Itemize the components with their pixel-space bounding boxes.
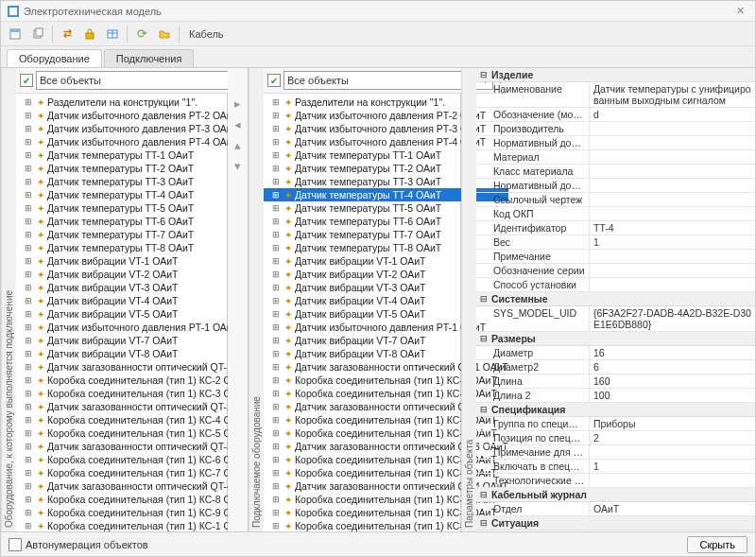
expand-icon[interactable]: ⊞ (24, 283, 33, 292)
tree-item[interactable]: ⊞✦Датчик избыточного давления PT-3 ОАиТ (16, 122, 261, 135)
expand-icon[interactable]: ⊞ (271, 442, 281, 451)
expand-icon[interactable]: ⊞ (271, 455, 281, 464)
tree-item[interactable]: ⊞✦Датчик избыточного давления PT-1 ОАиТ (16, 321, 261, 334)
expand-icon[interactable]: ⊞ (271, 508, 281, 517)
expand-icon[interactable]: ⊞ (271, 243, 281, 252)
toolbar-cable-button[interactable]: Кабель (183, 28, 230, 40)
expand-icon[interactable]: ⊞ (271, 362, 281, 372)
expand-icon[interactable]: ⊞ (24, 389, 33, 398)
expand-icon[interactable]: ⊞ (24, 375, 33, 385)
tree-item[interactable]: ⊞✦Датчик температуры TT-3 ОАиТ (16, 175, 261, 188)
left-tree[interactable]: ⊞✦Разделители на конструкции "1".⊞✦Датчи… (16, 94, 261, 531)
tree-item[interactable]: ⊞✦Датчик температуры TT-4 ОАиТ (16, 188, 261, 201)
toolbar-copy-icon[interactable] (27, 24, 48, 44)
expand-icon[interactable]: ⊞ (24, 296, 33, 305)
expand-icon[interactable]: ⊞ (24, 508, 33, 517)
toolbar-table-icon[interactable] (102, 24, 123, 44)
tree-item[interactable]: ⊞✦Датчик вибрации VT-7 ОАиТ (16, 334, 261, 347)
expand-icon[interactable]: ⊞ (24, 349, 33, 358)
expand-icon[interactable]: ⊞ (271, 97, 281, 107)
expand-icon[interactable]: ⊞ (24, 230, 33, 239)
tree-item[interactable]: ⊞✦Коробка соединительная (тип 1) КС-3 ОА… (16, 387, 261, 400)
tree-item[interactable]: ⊞✦Датчик температуры TT-7 ОАиТ (16, 228, 261, 241)
close-icon[interactable]: ✕ (730, 5, 749, 17)
expand-icon[interactable]: ⊞ (24, 124, 33, 133)
expand-icon[interactable]: ⊞ (271, 270, 281, 279)
tree-item[interactable]: ⊞✦Коробка соединительная (тип 1) КС-6 ОА… (16, 453, 261, 466)
expand-icon[interactable]: ⊞ (24, 495, 33, 504)
tree-item[interactable]: ⊞✦Коробка соединительная (тип 1) КС-9 ОА… (16, 506, 261, 519)
expand-icon[interactable]: ⊞ (271, 283, 281, 292)
expand-icon[interactable]: ⊞ (271, 230, 281, 239)
expand-icon[interactable]: ⊞ (271, 415, 281, 425)
left-filter-check[interactable]: ✔ (20, 74, 33, 87)
prop-group-sit[interactable]: ⊟Ситуация (476, 516, 755, 531)
tree-item[interactable]: ⊞✦Датчик загазованности оптический QT-2 … (16, 400, 261, 413)
expand-icon[interactable]: ⊞ (271, 521, 281, 531)
tree-item[interactable]: ⊞✦Датчик вибрации VT-5 ОАиТ (16, 307, 261, 321)
expand-icon[interactable]: ⊞ (24, 322, 33, 332)
mid-filter-check[interactable]: ✔ (267, 74, 281, 87)
expand-icon[interactable]: ⊞ (271, 111, 281, 120)
expand-icon[interactable]: ⊞ (24, 362, 33, 372)
expand-icon[interactable]: ⊞ (271, 190, 281, 200)
toolbar-new-icon[interactable] (5, 24, 26, 44)
expand-icon[interactable]: ⊞ (24, 270, 33, 279)
tab-connections[interactable]: Подключения (104, 49, 195, 67)
expand-icon[interactable]: ⊞ (271, 177, 281, 186)
expand-icon[interactable]: ⊞ (24, 415, 33, 425)
tree-item[interactable]: ⊞✦Датчик вибрации VT-1 ОАиТ (16, 254, 261, 268)
expand-icon[interactable]: ⊞ (24, 521, 33, 531)
expand-icon[interactable]: ⊞ (271, 428, 281, 438)
expand-icon[interactable]: ⊞ (271, 322, 281, 332)
expand-icon[interactable]: ⊞ (271, 256, 281, 266)
expand-icon[interactable]: ⊞ (271, 217, 281, 226)
arrow-up-icon[interactable]: ▴ (231, 138, 246, 153)
expand-icon[interactable]: ⊞ (271, 137, 281, 147)
expand-icon[interactable]: ⊞ (271, 336, 281, 345)
expand-icon[interactable]: ⊞ (271, 296, 281, 305)
expand-icon[interactable]: ⊞ (24, 190, 33, 200)
tree-item[interactable]: ⊞✦Датчик загазованности оптический QT-4 … (16, 479, 261, 493)
expand-icon[interactable]: ⊞ (24, 336, 33, 345)
expand-icon[interactable]: ⊞ (24, 243, 33, 252)
expand-icon[interactable]: ⊞ (24, 97, 33, 107)
prop-group-razm[interactable]: ⊟Размеры (476, 332, 755, 346)
tree-item[interactable]: ⊞✦Датчик вибрации VT-2 ОАиТ (16, 268, 261, 281)
expand-icon[interactable]: ⊞ (24, 137, 33, 147)
expand-icon[interactable]: ⊞ (271, 468, 281, 478)
expand-icon[interactable]: ⊞ (271, 203, 281, 213)
expand-icon[interactable]: ⊞ (24, 309, 33, 319)
tree-item[interactable]: ⊞✦Коробка соединительная (тип 1) КС-8 ОА… (16, 493, 261, 506)
tree-item[interactable]: ⊞✦Коробка соединительная (тип 1) КС-2 ОА… (16, 374, 261, 387)
tree-item[interactable]: ⊞✦Датчик температуры TT-6 ОАиТ (16, 215, 261, 228)
toolbar-folder-icon[interactable] (154, 24, 175, 44)
toolbar-lock-icon[interactable] (79, 24, 100, 44)
expand-icon[interactable]: ⊞ (24, 150, 33, 160)
expand-icon[interactable]: ⊞ (24, 481, 33, 491)
tree-item[interactable]: ⊞✦Датчик вибрации VT-4 ОАиТ (16, 294, 261, 307)
arrow-down-icon[interactable]: ▾ (231, 159, 246, 174)
expand-icon[interactable]: ⊞ (24, 164, 33, 173)
expand-icon[interactable]: ⊞ (24, 111, 33, 120)
prop-group-izdelie[interactable]: ⊟Изделие (476, 68, 755, 82)
expand-icon[interactable]: ⊞ (271, 124, 281, 133)
tree-item[interactable]: ⊞✦Датчик температуры TT-8 ОАиТ (16, 241, 261, 254)
tree-item[interactable]: ⊞✦Датчик вибрации VT-3 ОАиТ (16, 281, 261, 294)
expand-icon[interactable]: ⊞ (24, 177, 33, 186)
tree-item[interactable]: ⊞✦Коробка соединительная (тип 1) КС-1 ОА… (16, 519, 261, 531)
tree-item[interactable]: ⊞✦Датчик загазованности оптический QT-1 … (16, 360, 261, 374)
hide-button[interactable]: Скрыть (687, 536, 747, 553)
prop-group-kab[interactable]: ⊟Кабельный журнал (476, 488, 755, 502)
left-filter-combo[interactable]: Все объекты ▼ (36, 71, 246, 90)
tree-item[interactable]: ⊞✦Коробка соединительная (тип 1) КС-5 ОА… (16, 426, 261, 440)
property-grid[interactable]: ⊟Изделие НаименованиеДатчик температуры … (476, 68, 755, 531)
tree-item[interactable]: ⊞✦Датчик температуры TT-5 ОАиТ (16, 201, 261, 215)
expand-icon[interactable]: ⊞ (271, 309, 281, 319)
expand-icon[interactable]: ⊞ (271, 481, 281, 491)
toolbar-refresh-icon[interactable]: ⟳ (131, 24, 152, 44)
arrow-left-icon[interactable]: ◂ (231, 117, 246, 132)
tree-item[interactable]: ⊞✦Датчик избыточного давления PT-2 ОАиТ (16, 109, 261, 122)
expand-icon[interactable]: ⊞ (24, 442, 33, 451)
expand-icon[interactable]: ⊞ (271, 495, 281, 504)
